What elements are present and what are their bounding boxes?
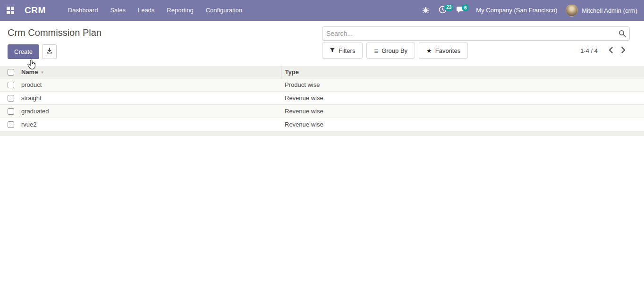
cell-name: graduated [21, 108, 49, 115]
control-panel: Crm Commission Plan Create Filters [0, 21, 644, 59]
cell-type: Product wise [285, 81, 320, 88]
row-checkbox[interactable] [8, 82, 14, 88]
apps-grid-icon [7, 7, 14, 14]
systray: 23 6 My Company (San Francisco) Mitchell… [417, 0, 644, 21]
row-checkbox[interactable] [8, 121, 14, 128]
pager-previous-button[interactable] [604, 45, 617, 57]
cell-type: Revenue wise [285, 94, 323, 102]
row-checkbox[interactable] [8, 95, 14, 102]
cell-type: Revenue wise [285, 121, 323, 128]
messages-button[interactable]: 6 [451, 0, 469, 21]
user-avatar [566, 4, 578, 17]
table-row[interactable]: straight Revenue wise [0, 91, 644, 104]
top-navbar: CRM Dashboard Sales Leads Reporting Conf… [0, 0, 644, 21]
user-menu[interactable]: Mitchell Admin (crm) [566, 4, 644, 17]
name-header-label: Name [21, 68, 38, 76]
cell-name: straight [21, 94, 42, 102]
menu-item-reporting[interactable]: Reporting [161, 0, 199, 21]
favorites-label: Favorites [435, 47, 460, 54]
filters-label: Filters [339, 47, 355, 54]
group-by-button[interactable]: ≡ Group By [366, 42, 415, 59]
cell-type: Revenue wise [285, 108, 323, 115]
chevron-left-icon [608, 47, 613, 55]
sort-caret-icon: ▼ [40, 70, 44, 75]
search-box [322, 26, 630, 41]
funnel-icon [330, 47, 335, 54]
star-icon: ★ [426, 47, 432, 54]
user-name: Mitchell Admin (crm) [582, 7, 637, 14]
select-all-checkbox[interactable] [8, 69, 14, 76]
debug-button[interactable] [417, 0, 434, 21]
menu-item-dashboard[interactable]: Dashboard [62, 0, 104, 21]
activities-button[interactable]: 23 [434, 0, 451, 21]
pager: 1-4 / 4 [580, 45, 630, 57]
page-title: Crm Commission Plan [8, 27, 322, 38]
table-header-row: Name▼ Type [0, 66, 644, 78]
export-button[interactable] [42, 44, 57, 59]
company-switcher[interactable]: My Company (San Francisco) [469, 0, 566, 21]
apps-menu-button[interactable] [0, 0, 21, 21]
search-icon[interactable] [619, 30, 626, 39]
menu-item-sales[interactable]: Sales [104, 0, 132, 21]
pager-range: 1-4 / 4 [580, 47, 598, 54]
table-row[interactable]: rvue2 Revenue wise [0, 118, 644, 131]
column-header-type[interactable]: Type [281, 66, 644, 78]
records-table: Name▼ Type product Product wise straight… [0, 66, 644, 131]
menu-item-configuration[interactable]: Configuration [200, 0, 248, 21]
create-button[interactable]: Create [8, 44, 39, 59]
messages-badge: 6 [462, 4, 469, 11]
table-row[interactable]: product Product wise [0, 78, 644, 91]
pager-next-button[interactable] [617, 45, 630, 57]
app-brand[interactable]: CRM [25, 5, 46, 16]
bug-icon [422, 6, 429, 15]
download-icon [46, 48, 53, 56]
chevron-right-icon [621, 47, 626, 55]
search-input[interactable] [322, 26, 630, 41]
table-footer-strip [0, 131, 644, 136]
cell-name: rvue2 [21, 121, 37, 128]
table-row[interactable]: graduated Revenue wise [0, 104, 644, 118]
row-checkbox[interactable] [8, 108, 14, 115]
bars-icon: ≡ [374, 47, 378, 55]
column-header-name[interactable]: Name▼ [20, 66, 281, 78]
main-menu: Dashboard Sales Leads Reporting Configur… [62, 0, 248, 21]
filters-button[interactable]: Filters [322, 42, 363, 59]
type-header-label: Type [285, 68, 299, 76]
select-all-cell [0, 66, 20, 78]
group-by-label: Group By [381, 47, 407, 54]
favorites-button[interactable]: ★ Favorites [419, 42, 468, 59]
menu-item-leads[interactable]: Leads [132, 0, 161, 21]
cell-name: product [21, 81, 42, 88]
